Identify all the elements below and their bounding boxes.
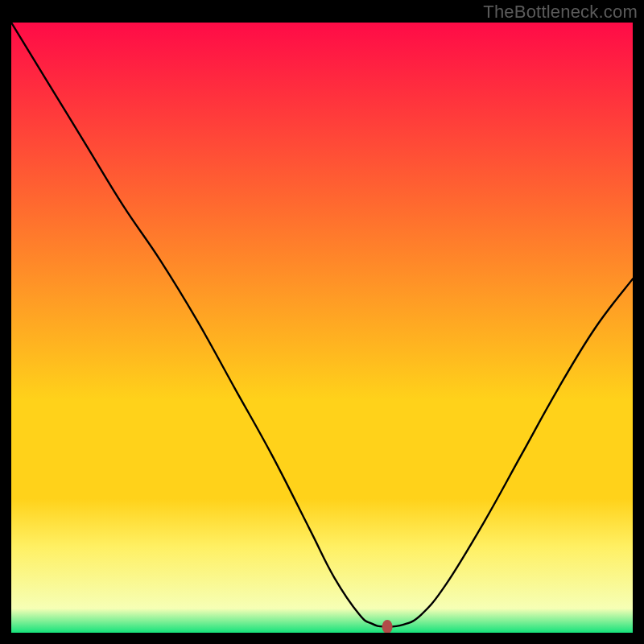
gradient-background: [11, 23, 633, 633]
watermark-text: TheBottleneck.com: [483, 2, 638, 23]
plot-svg: [11, 23, 633, 633]
chart-stage: TheBottleneck.com: [0, 0, 644, 644]
plot-area: [11, 23, 633, 633]
